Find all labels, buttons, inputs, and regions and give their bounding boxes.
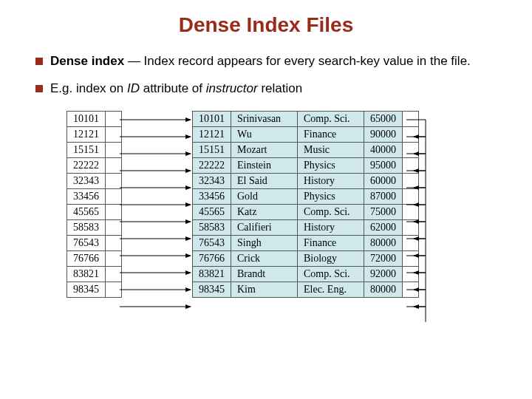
index-row: 15151 bbox=[67, 142, 122, 157]
bullet-rest: — Index record appears for every search-… bbox=[124, 54, 471, 68]
data-row: 45565KatzComp. Sci.75000 bbox=[193, 204, 419, 219]
data-row: 98345KimElec. Eng.80000 bbox=[193, 282, 419, 297]
data-row: 12121WuFinance90000 bbox=[193, 126, 419, 142]
record-salary-cell: 80000 bbox=[364, 282, 403, 297]
bullet-suffix: relation bbox=[258, 81, 302, 95]
record-id-cell: 76543 bbox=[193, 235, 231, 250]
record-dept-cell: Finance bbox=[298, 126, 364, 142]
data-row: 83821BrandtComp. Sci.92000 bbox=[193, 266, 419, 282]
index-pointer-cell bbox=[106, 111, 122, 126]
bullet-prefix: E.g. index on bbox=[50, 81, 127, 95]
index-pointer-cell bbox=[106, 142, 122, 157]
index-row: 76766 bbox=[67, 250, 122, 266]
index-pointer-cell bbox=[106, 126, 122, 142]
index-pointer-cell bbox=[106, 219, 122, 235]
data-row: 33456GoldPhysics87000 bbox=[193, 188, 419, 204]
bullet-bold: Dense index bbox=[50, 54, 124, 68]
record-name-cell: Einstein bbox=[231, 157, 298, 173]
slide: Dense Index Files Dense index — Index re… bbox=[0, 0, 532, 399]
index-pointer-cell bbox=[106, 204, 122, 219]
record-name-cell: Katz bbox=[231, 204, 298, 219]
record-salary-cell: 72000 bbox=[364, 250, 403, 266]
record-salary-cell: 40000 bbox=[364, 142, 403, 157]
record-name-cell: Singh bbox=[231, 235, 298, 250]
record-link-cell bbox=[403, 142, 419, 157]
record-id-cell: 76766 bbox=[193, 250, 231, 266]
index-id-cell: 98345 bbox=[67, 282, 106, 297]
data-table: 10101SrinivasanComp. Sci.6500012121WuFin… bbox=[192, 111, 419, 298]
record-dept-cell: History bbox=[298, 173, 364, 188]
index-id-cell: 45565 bbox=[67, 204, 106, 219]
index-pointer-cell bbox=[106, 282, 122, 297]
index-row: 58583 bbox=[67, 219, 122, 235]
data-row: 76543SinghFinance80000 bbox=[193, 235, 419, 250]
record-link-cell bbox=[403, 219, 419, 235]
record-name-cell: Wu bbox=[231, 126, 298, 142]
index-row: 22222 bbox=[67, 157, 122, 173]
record-salary-cell: 62000 bbox=[364, 219, 403, 235]
bullet-item: E.g. index on ID attribute of instructor… bbox=[35, 81, 510, 98]
record-link-cell bbox=[403, 282, 419, 297]
index-row: 33456 bbox=[67, 188, 122, 204]
index-pointer-cell bbox=[106, 157, 122, 173]
bullet-em: instructor bbox=[206, 81, 258, 95]
record-dept-cell: Finance bbox=[298, 235, 364, 250]
record-name-cell: El Said bbox=[231, 173, 298, 188]
record-link-cell bbox=[403, 250, 419, 266]
record-id-cell: 22222 bbox=[193, 157, 231, 173]
data-row: 58583CalifieriHistory62000 bbox=[193, 219, 419, 235]
record-link-cell bbox=[403, 173, 419, 188]
index-id-cell: 33456 bbox=[67, 188, 106, 204]
record-dept-cell: Comp. Sci. bbox=[298, 266, 364, 282]
index-id-cell: 12121 bbox=[67, 126, 106, 142]
record-dept-cell: Physics bbox=[298, 188, 364, 204]
index-id-cell: 32343 bbox=[67, 173, 106, 188]
record-id-cell: 58583 bbox=[193, 219, 231, 235]
record-next-arrow bbox=[406, 307, 426, 322]
index-pointer-cell bbox=[106, 266, 122, 282]
index-id-cell: 83821 bbox=[67, 266, 106, 282]
record-id-cell: 83821 bbox=[193, 266, 231, 282]
index-id-cell: 76766 bbox=[67, 250, 106, 266]
record-link-cell bbox=[403, 157, 419, 173]
data-row: 32343El SaidHistory60000 bbox=[193, 173, 419, 188]
record-id-cell: 33456 bbox=[193, 188, 231, 204]
record-salary-cell: 90000 bbox=[364, 126, 403, 142]
index-pointer-cell bbox=[106, 173, 122, 188]
bullet-text: E.g. index on ID attribute of instructor… bbox=[50, 81, 302, 98]
index-row: 12121 bbox=[67, 126, 122, 142]
index-id-cell: 15151 bbox=[67, 142, 106, 157]
data-row: 22222EinsteinPhysics95000 bbox=[193, 157, 419, 173]
record-name-cell: Srinivasan bbox=[231, 111, 298, 126]
record-dept-cell: Comp. Sci. bbox=[298, 111, 364, 126]
record-salary-cell: 80000 bbox=[364, 235, 403, 250]
data-row: 76766CrickBiology72000 bbox=[193, 250, 419, 266]
index-row: 32343 bbox=[67, 173, 122, 188]
record-salary-cell: 95000 bbox=[364, 157, 403, 173]
index-row: 98345 bbox=[67, 282, 122, 297]
record-id-cell: 10101 bbox=[193, 111, 231, 126]
index-row: 76543 bbox=[67, 235, 122, 250]
record-dept-cell: Elec. Eng. bbox=[298, 282, 364, 297]
record-link-cell bbox=[403, 126, 419, 142]
record-name-cell: Brandt bbox=[231, 266, 298, 282]
record-id-cell: 32343 bbox=[193, 173, 231, 188]
record-link-cell bbox=[403, 235, 419, 250]
record-name-cell: Kim bbox=[231, 282, 298, 297]
record-salary-cell: 87000 bbox=[364, 188, 403, 204]
bullet-item: Dense index — Index record appears for e… bbox=[35, 53, 510, 70]
index-table: 1010112121151512222232343334564556558583… bbox=[66, 111, 122, 298]
record-name-cell: Califieri bbox=[231, 219, 298, 235]
record-name-cell: Crick bbox=[231, 250, 298, 266]
index-id-cell: 10101 bbox=[67, 111, 106, 126]
record-link-cell bbox=[403, 204, 419, 219]
record-name-cell: Gold bbox=[231, 188, 298, 204]
record-link-cell bbox=[403, 111, 419, 126]
index-id-cell: 76543 bbox=[67, 235, 106, 250]
record-id-cell: 98345 bbox=[193, 282, 231, 297]
record-salary-cell: 92000 bbox=[364, 266, 403, 282]
record-salary-cell: 75000 bbox=[364, 204, 403, 219]
index-id-cell: 22222 bbox=[67, 157, 106, 173]
record-dept-cell: Music bbox=[298, 142, 364, 157]
index-pointer-cell bbox=[106, 188, 122, 204]
